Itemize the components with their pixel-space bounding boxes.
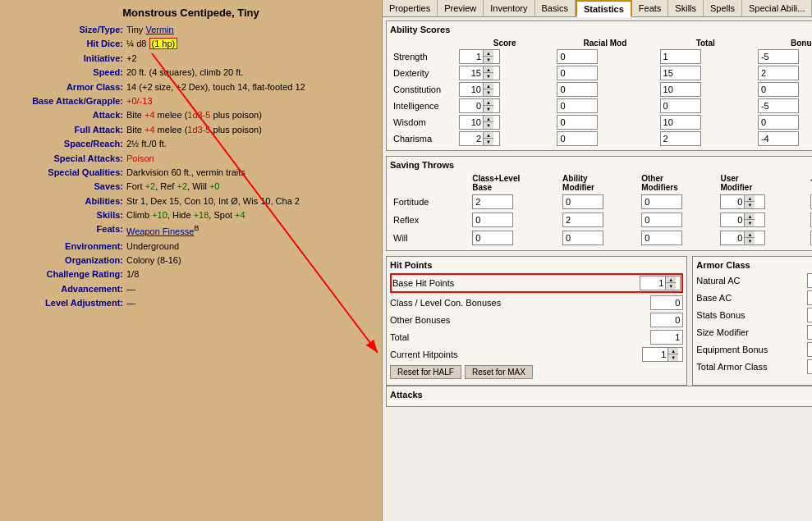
ability-total-input-0[interactable] (660, 49, 701, 64)
feats-value: Weapon FinesseB (126, 223, 374, 238)
reset-max-button[interactable]: Reset for MAX (465, 365, 533, 379)
ability-score-down-0[interactable]: ▼ (484, 57, 493, 63)
saves-base-input-2[interactable] (472, 231, 513, 245)
base-ac-field[interactable] (807, 290, 812, 305)
tab-feats[interactable]: Feats (632, 0, 669, 16)
ability-total-input-2[interactable] (660, 82, 701, 97)
tab-spells[interactable]: Spells (704, 0, 742, 16)
current-hp-field[interactable] (643, 350, 667, 359)
ability-score-cell-4[interactable]: ▲ ▼ (456, 114, 553, 130)
scroll-area[interactable]: Ability Scores Score Racial Mod Total Bo… (383, 17, 812, 521)
saves-user-up-1[interactable]: ▲ (745, 213, 755, 220)
ability-score-input-4[interactable] (460, 117, 483, 127)
ability-score-up-5[interactable]: ▲ (484, 132, 493, 139)
full-attack-label: Full Attack: (8, 124, 123, 136)
ability-bonus-input-3[interactable] (758, 98, 799, 113)
saves-user-down-2[interactable]: ▼ (745, 238, 755, 245)
ability-score-cell-3[interactable]: ▲ ▼ (456, 98, 553, 114)
saves-user-cell-0[interactable]: ▲ ▼ (717, 193, 807, 211)
saves-ability-input-1[interactable] (562, 213, 603, 227)
natural-ac-input[interactable]: ▲ ▼ (807, 273, 812, 288)
current-hp-input[interactable]: ▲ ▼ (642, 347, 683, 362)
saves-base-input-0[interactable] (472, 194, 513, 209)
ability-bonus-cell-3 (755, 98, 812, 114)
base-hp-input[interactable]: ▲ ▼ (640, 276, 681, 290)
saves-base-input-1[interactable] (472, 213, 513, 227)
current-hp-up[interactable]: ▲ (668, 348, 678, 354)
ability-score-up-3[interactable]: ▲ (484, 99, 493, 106)
ability-score-up-4[interactable]: ▲ (484, 116, 493, 122)
saves-user-up-2[interactable]: ▲ (745, 231, 755, 238)
base-hp-up[interactable]: ▲ (666, 276, 676, 283)
ability-bonus-input-5[interactable] (758, 131, 799, 146)
base-hp-field[interactable] (640, 278, 665, 288)
ability-score-input-1[interactable] (460, 68, 483, 78)
saves-user-down-1[interactable]: ▼ (745, 220, 755, 226)
saves-user-input-0[interactable] (721, 197, 744, 207)
saves-user-input-1[interactable] (721, 215, 744, 225)
ability-score-input-5[interactable] (460, 134, 483, 144)
equip-bonus-row: Equipment Bonus ▲ ▼ (696, 342, 812, 357)
base-hp-down[interactable]: ▼ (666, 283, 676, 290)
tab-properties[interactable]: Properties (383, 0, 438, 16)
ability-bonus-input-0[interactable] (758, 49, 799, 64)
ability-score-down-4[interactable]: ▼ (484, 122, 493, 129)
tab-basics[interactable]: Basics (535, 0, 576, 16)
ability-score-cell-1[interactable]: ▲ ▼ (456, 65, 553, 81)
class-level-field[interactable] (650, 295, 683, 310)
ability-score-up-1[interactable]: ▲ (484, 66, 493, 73)
ability-racial-input-1[interactable] (557, 66, 598, 80)
total-ac-field[interactable] (807, 359, 812, 374)
ability-bonus-input-1[interactable] (758, 66, 799, 80)
ability-score-down-2[interactable]: ▼ (484, 89, 493, 96)
ability-bonus-input-2[interactable] (758, 82, 799, 97)
ability-score-input-0[interactable] (460, 52, 483, 62)
ability-score-input-3[interactable] (460, 101, 483, 111)
ability-score-input-2[interactable] (460, 85, 483, 94)
saves-user-cell-1[interactable]: ▲ ▼ (717, 211, 807, 229)
saves-other-input-1[interactable] (641, 213, 682, 227)
ability-score-cell-2[interactable]: ▲ ▼ (456, 81, 553, 98)
ability-score-down-5[interactable]: ▼ (484, 139, 493, 145)
ability-total-input-5[interactable] (660, 131, 701, 146)
stats-bonus-field[interactable] (807, 308, 812, 322)
ability-score-down-3[interactable]: ▼ (484, 106, 493, 112)
cr-label: Challenge Rating: (8, 268, 123, 281)
size-mod-field[interactable] (807, 325, 812, 340)
ability-total-input-3[interactable] (660, 98, 701, 113)
ability-score-up-0[interactable]: ▲ (484, 50, 493, 57)
ability-score-up-2[interactable]: ▲ (484, 83, 493, 89)
tab-skills[interactable]: Skills (668, 0, 704, 16)
other-bonuses-field[interactable] (650, 313, 683, 327)
ability-score-down-1[interactable]: ▼ (484, 73, 493, 80)
ability-racial-input-4[interactable] (557, 115, 598, 130)
current-hp-down[interactable]: ▼ (668, 354, 678, 361)
ability-score-cell-5[interactable]: ▲ ▼ (456, 130, 553, 147)
ability-racial-input-2[interactable] (557, 82, 598, 97)
size-type-value: Tiny Vermin (126, 24, 374, 36)
equip-bonus-input[interactable]: ▲ ▼ (807, 342, 812, 357)
natural-ac-field[interactable] (808, 276, 812, 286)
tab-special-abilities[interactable]: Special Abili... (742, 0, 812, 16)
ability-racial-input-0[interactable] (557, 49, 598, 64)
saves-ability-input-0[interactable] (562, 194, 603, 209)
ability-total-input-4[interactable] (660, 115, 701, 130)
ability-racial-input-3[interactable] (557, 98, 598, 113)
saves-user-input-2[interactable] (721, 233, 744, 243)
hp-total-field[interactable] (650, 330, 683, 345)
saves-user-cell-2[interactable]: ▲ ▼ (717, 229, 807, 247)
tab-statistics[interactable]: Statistics (576, 0, 632, 17)
ability-bonus-input-4[interactable] (758, 115, 799, 130)
tab-preview[interactable]: Preview (438, 0, 484, 16)
ability-score-cell-0[interactable]: ▲ ▼ (456, 48, 553, 65)
ability-total-input-1[interactable] (660, 66, 701, 80)
ability-racial-input-5[interactable] (557, 131, 598, 146)
saves-ability-input-2[interactable] (562, 231, 603, 245)
reset-half-button[interactable]: Reset for HALF (390, 365, 461, 379)
saves-user-up-0[interactable]: ▲ (745, 195, 755, 202)
tab-inventory[interactable]: Inventory (484, 0, 534, 16)
equip-bonus-field[interactable] (808, 345, 812, 354)
saves-other-input-2[interactable] (641, 231, 682, 245)
saves-other-input-0[interactable] (641, 194, 682, 209)
saves-user-down-0[interactable]: ▼ (745, 202, 755, 208)
